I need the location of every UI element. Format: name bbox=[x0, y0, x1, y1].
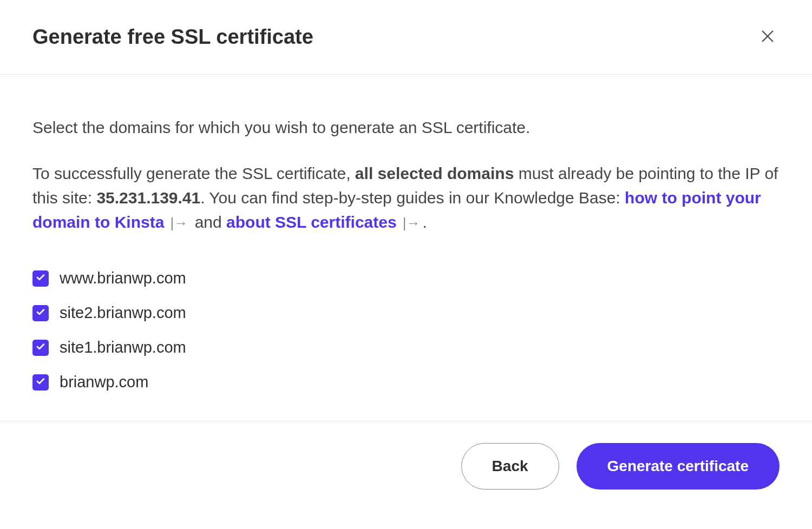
external-link-icon: |→ bbox=[166, 215, 188, 231]
domain-row: brianwp.com bbox=[32, 373, 780, 391]
domain-label: brianwp.com bbox=[60, 373, 148, 391]
guide-and: and bbox=[190, 213, 226, 231]
close-icon bbox=[760, 29, 775, 45]
generate-certificate-button[interactable]: Generate certificate bbox=[577, 443, 780, 490]
check-icon bbox=[36, 307, 45, 319]
page-title: Generate free SSL certificate bbox=[32, 25, 313, 49]
domain-checkbox[interactable] bbox=[32, 270, 49, 287]
guide-prefix: To successfully generate the SSL certifi… bbox=[32, 164, 355, 182]
domain-checkbox[interactable] bbox=[32, 340, 49, 356]
domain-row: site2.brianwp.com bbox=[32, 304, 780, 322]
domain-row: www.brianwp.com bbox=[32, 269, 780, 287]
domain-checkbox[interactable] bbox=[32, 305, 49, 321]
guide-emphasis: all selected domains bbox=[355, 164, 514, 182]
guide-mid2: . You can find step-by-step guides in ou… bbox=[200, 189, 625, 207]
guide-text: To successfully generate the SSL certifi… bbox=[32, 161, 780, 234]
close-button[interactable] bbox=[756, 24, 780, 50]
link-ssl-certificates[interactable]: about SSL certificates bbox=[226, 213, 397, 231]
domain-row: site1.brianwp.com bbox=[32, 339, 780, 356]
ip-address: 35.231.139.41 bbox=[96, 189, 200, 207]
domain-list: www.brianwp.com site2.brianwp.com site1.… bbox=[32, 269, 780, 391]
guide-period: . bbox=[423, 213, 427, 231]
domain-label: www.brianwp.com bbox=[60, 269, 186, 287]
intro-text: Select the domains for which you wish to… bbox=[32, 115, 780, 140]
domain-checkbox[interactable] bbox=[32, 374, 49, 391]
check-icon bbox=[36, 342, 45, 354]
external-link-icon: |→ bbox=[399, 215, 421, 231]
domain-label: site1.brianwp.com bbox=[60, 339, 186, 356]
check-icon bbox=[36, 376, 45, 388]
back-button[interactable]: Back bbox=[461, 443, 559, 490]
check-icon bbox=[36, 273, 45, 285]
domain-label: site2.brianwp.com bbox=[60, 304, 186, 322]
